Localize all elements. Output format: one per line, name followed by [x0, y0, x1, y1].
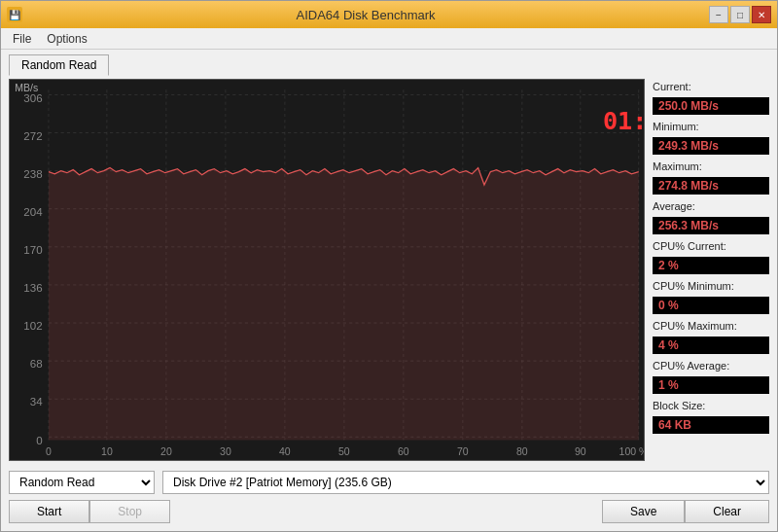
svg-text:0: 0 — [36, 435, 42, 446]
svg-text:40: 40 — [279, 446, 291, 457]
benchmark-chart: 306 272 238 204 170 136 102 68 34 0 MB/s — [10, 80, 644, 460]
current-label: Current: — [653, 81, 769, 92]
cpu-average-label: CPU% Average: — [653, 360, 769, 372]
svg-text:20: 20 — [160, 446, 172, 457]
close-button[interactable]: ✕ — [752, 6, 771, 23]
menu-file[interactable]: File — [5, 30, 39, 48]
chart-area: 306 272 238 204 170 136 102 68 34 0 MB/s — [9, 79, 645, 461]
svg-text:204: 204 — [23, 206, 43, 218]
clear-button[interactable]: Clear — [685, 500, 769, 523]
button-row: Start Stop Save Clear — [9, 500, 769, 523]
benchmark-type-dropdown[interactable]: Random Read Linear Read Buffered Read Av… — [9, 471, 155, 494]
svg-text:136: 136 — [23, 282, 42, 294]
tab-bar: Random Read — [1, 50, 777, 75]
svg-text:90: 90 — [575, 446, 586, 457]
menu-bar: File Options — [1, 28, 777, 50]
minimize-button[interactable]: − — [709, 6, 728, 23]
window-controls: − □ ✕ — [709, 6, 771, 23]
current-value: 250.0 MB/s — [653, 97, 769, 115]
svg-text:60: 60 — [398, 446, 409, 457]
main-content: 306 272 238 204 170 136 102 68 34 0 MB/s — [1, 75, 777, 465]
cpu-maximum-value: 4 % — [653, 337, 769, 354]
maximum-value: 274.8 MB/s — [653, 177, 769, 195]
stop-button[interactable]: Stop — [89, 500, 170, 523]
bottom-controls: Random Read Linear Read Buffered Read Av… — [1, 465, 777, 531]
svg-text:170: 170 — [23, 244, 42, 256]
svg-text:100 %: 100 % — [619, 446, 644, 457]
maximum-label: Maximum: — [653, 160, 769, 172]
app-icon: 💾 — [7, 7, 22, 22]
maximize-button[interactable]: □ — [730, 6, 750, 23]
cpu-current-value: 2 % — [653, 257, 769, 274]
title-bar: 💾 AIDA64 Disk Benchmark − □ ✕ — [1, 1, 777, 28]
cpu-maximum-label: CPU% Maximum: — [653, 320, 769, 332]
tab-random-read[interactable]: Random Read — [9, 54, 109, 76]
svg-text:MB/s: MB/s — [15, 83, 38, 93]
disk-drive-dropdown[interactable]: Disk Drive #2 [Patriot Memory] (235.6 GB… — [162, 471, 769, 494]
svg-text:80: 80 — [516, 446, 528, 457]
svg-text:30: 30 — [220, 446, 231, 457]
svg-text:34: 34 — [30, 397, 44, 408]
svg-text:50: 50 — [338, 446, 350, 457]
cpu-current-label: CPU% Current: — [653, 240, 769, 252]
svg-text:70: 70 — [457, 446, 469, 457]
svg-text:306: 306 — [23, 92, 42, 104]
svg-text:272: 272 — [23, 130, 42, 142]
svg-text:68: 68 — [30, 358, 43, 370]
stats-panel: Current: 250.0 MB/s Minimum: 249.3 MB/s … — [653, 79, 769, 461]
svg-text:0: 0 — [46, 446, 52, 457]
svg-text:01:41: 01:41 — [603, 108, 644, 136]
minimum-label: Minimum: — [653, 121, 769, 132]
svg-text:102: 102 — [23, 320, 42, 332]
block-size-value: 64 KB — [653, 416, 769, 434]
cpu-average-value: 1 % — [653, 376, 769, 394]
average-value: 256.3 MB/s — [653, 217, 769, 234]
average-label: Average: — [653, 200, 769, 212]
start-button[interactable]: Start — [9, 500, 89, 523]
dropdown-row: Random Read Linear Read Buffered Read Av… — [9, 471, 769, 494]
cpu-minimum-value: 0 % — [653, 297, 769, 314]
menu-options[interactable]: Options — [39, 30, 94, 48]
minimum-value: 249.3 MB/s — [653, 137, 769, 155]
block-size-label: Block Size: — [653, 400, 769, 411]
cpu-minimum-label: CPU% Minimum: — [653, 280, 769, 292]
svg-text:238: 238 — [23, 168, 42, 180]
main-window: 💾 AIDA64 Disk Benchmark − □ ✕ File Optio… — [0, 0, 778, 532]
window-title: AIDA64 Disk Benchmark — [22, 8, 709, 22]
save-button[interactable]: Save — [602, 500, 685, 523]
svg-text:10: 10 — [101, 446, 113, 457]
